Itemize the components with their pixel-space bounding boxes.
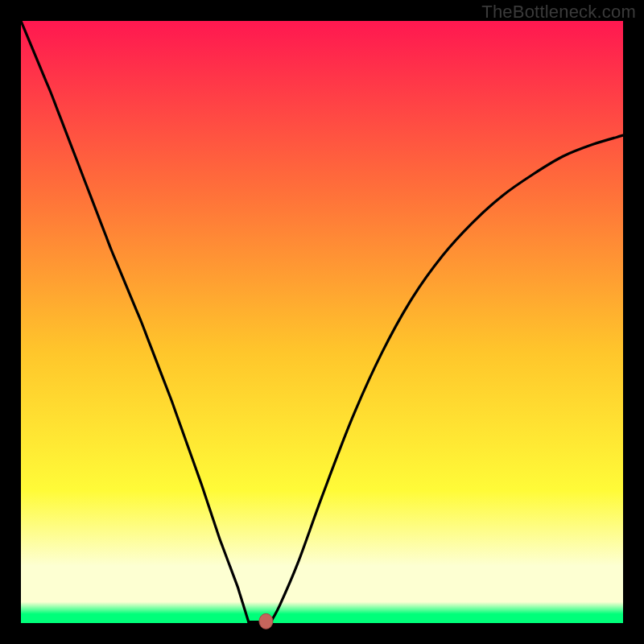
- plot-area: [21, 21, 623, 623]
- watermark-text: TheBottleneck.com: [481, 2, 636, 23]
- chart-container: TheBottleneck.com: [0, 0, 644, 644]
- min-marker: [259, 613, 273, 629]
- bottleneck-chart: [0, 0, 644, 644]
